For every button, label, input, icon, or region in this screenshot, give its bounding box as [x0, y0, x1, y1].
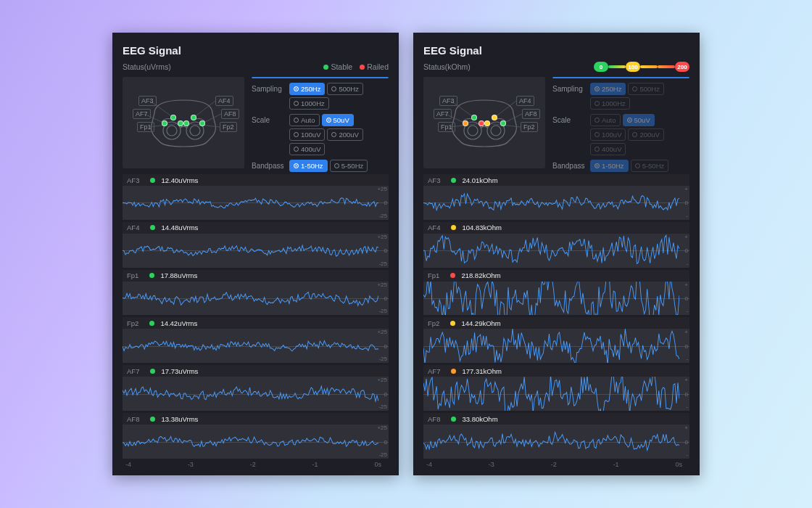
legend-label: Stable	[331, 62, 352, 71]
channel-value: 33.80kOhm	[462, 415, 497, 423]
channel-value: 12.40uVrms	[161, 176, 198, 184]
control-label-sampling: Sampling	[252, 83, 285, 93]
channel-status-dot	[150, 369, 155, 374]
option-scale-100uV[interactable]: 100uV	[289, 128, 325, 141]
legend-gradient: 0100200	[594, 62, 689, 72]
sensor-Fp1	[178, 120, 183, 126]
head-label-AF7: AF7	[434, 109, 452, 119]
control-label-bandpass: Bandpass	[252, 160, 285, 170]
head-label-AF7: AF7	[133, 109, 151, 119]
control-label-bandpass: Bandpass	[552, 160, 586, 170]
channel-AF8: AF8 33.80kOhm + 0 -	[423, 413, 689, 459]
channel-value: 104.83kOhm	[462, 224, 501, 232]
channel-status-dot	[451, 178, 456, 183]
x-axis: -4-3-2-10s	[423, 459, 689, 468]
legend-pill: 0	[594, 62, 608, 72]
option-bandpass-5-50Hz: 5-50Hz	[631, 160, 669, 172]
signal-tabs: Raw SignalImpedance	[252, 77, 389, 78]
sensor-AF8	[500, 120, 506, 126]
channel-value: 17.73uVrms	[161, 367, 198, 375]
channel-value: 17.88uVrms	[160, 271, 197, 279]
option-scale-100uV: 100uV	[590, 128, 626, 141]
legend-dot-Railed	[360, 65, 365, 70]
channel-value: 24.01kOhm	[462, 176, 497, 184]
channel-status-dot	[451, 369, 456, 374]
channel-AF8: AF8 13.38uVrms +25 0 -25	[123, 413, 389, 459]
sensor-AF7	[463, 120, 468, 126]
control-row-scale: Scale Auto50uV100uV200uV400uV	[552, 114, 689, 155]
svg-line-17	[503, 114, 522, 123]
legend-pill: 100	[626, 62, 640, 72]
channel-Fp1: Fp1 17.88uVrms +25 0 -25	[123, 270, 389, 316]
option-scale-Auto[interactable]: Auto	[289, 114, 320, 126]
channel-AF3: AF3 12.40uVrms +25 0 -25	[123, 174, 389, 220]
option-sampling-1000Hz[interactable]: 1000Hz	[289, 97, 329, 110]
channel-name: Fp1	[428, 271, 439, 279]
option-bandpass-5-50Hz[interactable]: 5-50Hz	[330, 160, 368, 172]
channel-name: AF3	[127, 176, 139, 184]
option-scale-50uV: 50uV	[623, 114, 655, 126]
channel-Fp2: Fp2 144.29kOhm + 0 -	[423, 317, 689, 363]
channel-AF7: AF7 177.31kOhm + 0 -	[423, 365, 689, 411]
channel-AF7: AF7 17.73uVrms +25 0 -25	[123, 365, 389, 411]
channel-status-dot	[149, 273, 154, 278]
channel-name: AF4	[428, 224, 440, 232]
channel-Fp1: Fp1 218.82kOhm + 0 -	[423, 270, 689, 316]
channel-status-dot	[451, 225, 456, 230]
sensor-Fp1	[478, 120, 484, 126]
option-sampling-500Hz[interactable]: 500Hz	[327, 83, 362, 95]
channel-name: Fp1	[127, 271, 138, 279]
option-scale-400uV: 400uV	[590, 143, 626, 155]
channel-value: 13.38uVrms	[161, 415, 198, 423]
channel-name: Fp2	[428, 319, 439, 327]
channel-value: 177.31kOhm	[462, 367, 501, 375]
channel-AF4: AF4 104.83kOhm + 0 -	[423, 222, 689, 268]
status-label: Status(kOhm)	[423, 62, 471, 71]
channel-name: AF8	[127, 415, 139, 423]
signal-tabs: Raw SignalImpedance	[552, 77, 689, 78]
control-label-sampling: Sampling	[552, 83, 586, 93]
channel-AF3: AF3 24.01kOhm + 0 -	[423, 174, 689, 220]
head-label-Fp2: Fp2	[521, 122, 538, 132]
svg-line-15	[494, 101, 516, 118]
option-scale-200uV[interactable]: 200uV	[327, 128, 362, 141]
option-scale-Auto: Auto	[590, 114, 621, 126]
svg-line-5	[194, 101, 215, 118]
legend-pill: 200	[675, 62, 689, 72]
option-scale-400uV[interactable]: 400uV	[289, 143, 325, 155]
legend-dot-Stable	[323, 65, 328, 70]
sensor-AF3	[471, 115, 477, 120]
control-row-sampling: Sampling 250Hz500Hz1000Hz	[552, 83, 689, 110]
option-sampling-250Hz[interactable]: 250Hz	[289, 83, 325, 95]
svg-line-7	[202, 114, 221, 123]
channel-name: AF7	[428, 367, 440, 375]
channel-status-dot	[450, 321, 455, 326]
channel-name: AF8	[428, 415, 440, 423]
head-diagram: AF3AF4AF7AF8Fp1Fp2	[123, 77, 244, 168]
control-label-scale: Scale	[252, 114, 285, 124]
sensor-AF4	[492, 115, 497, 120]
channel-status-dot	[150, 178, 155, 183]
channel-status-dot	[451, 417, 456, 422]
panel-title: EEG Signal	[123, 44, 389, 57]
status-label: Status(uVrms)	[123, 62, 171, 71]
charts-region: AF3 12.40uVrms +25 0 -25 AF4 14.48uVrms …	[123, 174, 389, 459]
channel-name: AF3	[428, 176, 440, 184]
option-bandpass-1-50Hz[interactable]: 1-50Hz	[289, 160, 328, 172]
panel-imp: EEG Signal Status(kOhm) 0100200 AF3AF4AF…	[413, 33, 700, 475]
channel-status-dot	[450, 273, 455, 278]
option-bandpass-1-50Hz: 1-50Hz	[590, 160, 629, 172]
panel-title: EEG Signal	[423, 44, 689, 57]
head-label-AF8: AF8	[522, 109, 540, 119]
option-scale-50uV[interactable]: 50uV	[322, 114, 354, 126]
control-label-scale: Scale	[552, 114, 586, 124]
channel-status-dot	[150, 225, 155, 230]
option-sampling-500Hz: 500Hz	[628, 83, 663, 95]
channel-name: AF4	[127, 224, 139, 232]
channel-name: Fp2	[127, 319, 138, 327]
charts-region: AF3 24.01kOhm + 0 - AF4 104.83kOhm + 0 -	[423, 174, 689, 459]
x-axis: -4-3-2-10s	[123, 459, 389, 468]
head-label-AF8: AF8	[221, 109, 239, 119]
head-label-Fp2: Fp2	[220, 122, 237, 132]
sensor-AF3	[170, 115, 176, 120]
